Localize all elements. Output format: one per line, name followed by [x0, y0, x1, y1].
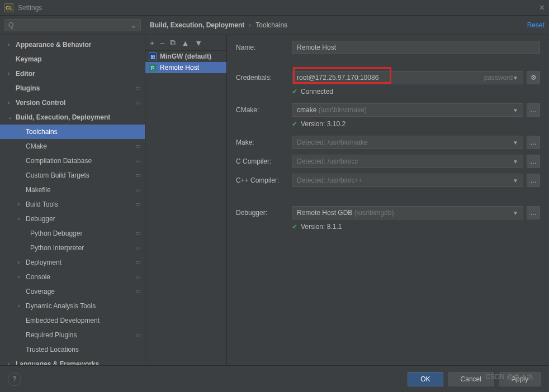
sidebar-item[interactable]: ›Version Control▭ — [0, 95, 145, 110]
toolchain-list: ⊞MinGW (default)⎘Remote Host — [145, 51, 226, 73]
connected-status: ✔ Connected — [292, 88, 540, 95]
sidebar-item[interactable]: Python Debugger▭ — [0, 226, 145, 241]
mingw-icon: ⊞ — [149, 52, 157, 60]
sidebar-item-label: Trusted Locations — [26, 345, 140, 355]
sidebar-item[interactable]: ⌄Build, Execution, Deployment — [0, 110, 145, 125]
remove-icon[interactable]: − — [160, 39, 164, 47]
up-icon[interactable]: ▲ — [181, 39, 189, 47]
make-label: Make: — [236, 138, 292, 146]
browse-cxx-button[interactable]: … — [527, 174, 540, 187]
sidebar-item[interactable]: ›Debugger — [0, 212, 145, 226]
search-input-wrap[interactable]: Q ⌄ — [4, 19, 141, 31]
project-scope-icon: ▭ — [135, 98, 140, 108]
chevron-icon: › — [8, 359, 16, 365]
chevron-down-icon: ▼ — [513, 107, 518, 113]
sidebar-item-label: Python Interpreter — [30, 243, 135, 253]
chevron-icon: ⌄ — [8, 112, 16, 122]
ok-button[interactable]: OK — [408, 372, 443, 386]
cmake-combo[interactable]: cmake (\usr\bin\cmake) ▼ — [292, 103, 523, 117]
chevron-down-icon: ▼ — [513, 210, 518, 216]
chevron-icon: › — [18, 257, 26, 267]
sidebar-item[interactable]: Keymap — [0, 52, 145, 66]
project-scope-icon: ▭ — [135, 272, 140, 282]
sidebar-item[interactable]: ›Dynamic Analysis Tools — [0, 299, 145, 313]
project-scope-icon: ▭ — [135, 257, 140, 267]
apply-button[interactable]: Apply — [499, 372, 541, 386]
chevron-icon: › — [8, 98, 16, 108]
sidebar-item[interactable]: ›Editor — [0, 66, 145, 81]
close-icon[interactable]: × — [539, 3, 545, 13]
sidebar-item[interactable]: ›Appearance & Behavior — [0, 37, 145, 52]
add-icon[interactable]: + — [150, 39, 154, 47]
cancel-button[interactable]: Cancel — [448, 372, 494, 386]
search-input[interactable] — [15, 21, 130, 29]
sidebar-item-label: Compilation Database — [26, 156, 135, 166]
browse-cc-button[interactable]: … — [527, 155, 540, 168]
help-icon[interactable]: ? — [8, 372, 21, 386]
sidebar-item-label: Build, Execution, Deployment — [16, 112, 140, 122]
chevron-icon: › — [18, 301, 26, 311]
search-history-icon[interactable]: ⌄ — [130, 21, 137, 30]
sidebar-item-label: Dynamic Analysis Tools — [26, 301, 140, 311]
sidebar-item[interactable]: Python Interpreter▭ — [0, 241, 145, 255]
remote-icon: ⎘ — [149, 64, 157, 71]
sidebar-item[interactable]: Makefile▭ — [0, 183, 145, 197]
breadcrumb-a[interactable]: Build, Execution, Deployment — [150, 21, 244, 29]
toolchain-item[interactable]: ⎘Remote Host — [145, 62, 226, 73]
cxx-label: C++ Compiler: — [236, 176, 292, 184]
project-scope-icon: ▭ — [135, 170, 140, 180]
make-combo[interactable]: Detected: /usr/bin/make ▼ — [292, 136, 523, 149]
sidebar-item-label: Build Tools — [26, 199, 135, 209]
copy-icon[interactable]: ⧉ — [170, 38, 176, 47]
sidebar-item-label: Languages & Frameworks — [16, 359, 140, 365]
sidebar-item[interactable]: Required Plugins▭ — [0, 328, 145, 342]
sidebar-item-label: Keymap — [16, 54, 140, 64]
window-title: Settings — [18, 4, 42, 12]
cc-combo[interactable]: Detected: /usr/bin/cc ▼ — [292, 155, 523, 168]
reset-link[interactable]: Reset — [527, 21, 545, 29]
check-icon: ✔ — [292, 88, 297, 95]
browse-cmake-button[interactable]: … — [527, 103, 540, 117]
check-icon: ✔ — [292, 120, 297, 128]
browse-make-button[interactable]: … — [527, 136, 540, 149]
sidebar-item-label: Editor — [16, 69, 140, 79]
debugger-combo[interactable]: Remote Host GDB (\usr\bin\gdb) ▼ — [292, 206, 523, 219]
name-field[interactable] — [292, 41, 540, 54]
project-scope-icon: ▭ — [135, 243, 140, 253]
browse-debugger-button[interactable]: … — [527, 206, 540, 219]
sidebar-item[interactable]: Custom Build Targets▭ — [0, 168, 145, 183]
sidebar-item-label: Python Debugger — [30, 228, 135, 238]
chevron-down-icon: ▼ — [513, 159, 518, 165]
sidebar-item[interactable]: Trusted Locations — [0, 342, 145, 357]
sidebar-item-label: Version Control — [16, 98, 135, 108]
sidebar-item-label: Appearance & Behavior — [16, 40, 140, 50]
sidebar-item[interactable]: ›Languages & Frameworks — [0, 357, 145, 365]
chevron-icon: › — [8, 40, 16, 50]
sidebar-item[interactable]: ›Deployment▭ — [0, 255, 145, 270]
sidebar-item[interactable]: Toolchains — [0, 125, 145, 139]
sidebar-item[interactable]: Plugins▭ — [0, 81, 145, 95]
down-icon[interactable]: ▼ — [195, 39, 202, 47]
sidebar-item[interactable]: CMake▭ — [0, 139, 145, 154]
gear-icon[interactable]: ⚙ — [527, 71, 540, 84]
cxx-combo[interactable]: Detected: /usr/bin/c++ ▼ — [292, 174, 523, 187]
breadcrumb-b: Toolchains — [255, 21, 287, 29]
cc-label: C Compiler: — [236, 157, 292, 165]
chevron-icon: › — [18, 199, 26, 209]
credentials-combo[interactable]: root@172.25.97.170:10086 password ▼ — [292, 71, 523, 84]
toolchain-item[interactable]: ⊞MinGW (default) — [145, 51, 226, 62]
sidebar-item[interactable]: Compilation Database▭ — [0, 154, 145, 168]
check-icon: ✔ — [292, 223, 297, 231]
cmake-label: CMake: — [236, 106, 292, 114]
sidebar-item-label: Custom Build Targets — [26, 170, 135, 180]
sidebar-item[interactable]: Embedded Development — [0, 313, 145, 328]
project-scope-icon: ▭ — [135, 199, 140, 209]
sidebar-item-label: Debugger — [26, 214, 140, 224]
sidebar-item[interactable]: ›Console▭ — [0, 270, 145, 284]
sidebar-item[interactable]: Coverage▭ — [0, 284, 145, 299]
sidebar-item-label: Makefile — [26, 185, 135, 195]
search-prefix: Q — [8, 21, 13, 29]
sidebar-item[interactable]: ›Build Tools▭ — [0, 197, 145, 212]
project-scope-icon: ▭ — [135, 330, 140, 340]
chevron-right-icon: › — [249, 21, 251, 29]
